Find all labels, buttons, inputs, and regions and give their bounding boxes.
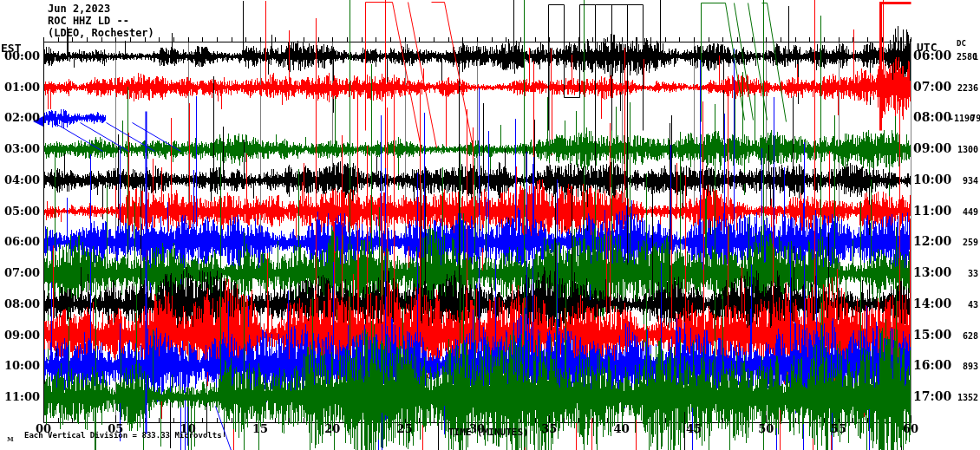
est-time-label: 10:00 — [0, 359, 40, 372]
dc-value: 893 — [949, 362, 978, 371]
x-tick-label: 40 — [607, 422, 637, 435]
network-title: (LDEO, Rochester) — [48, 27, 154, 39]
utc-time-label: 08:00 — [913, 110, 951, 124]
est-time-label: 03:00 — [0, 142, 40, 155]
dc-value: 449 — [949, 207, 978, 217]
x-tick-label: 50 — [751, 422, 781, 435]
x-tick-label: 20 — [317, 422, 347, 435]
seismogram-canvas — [0, 0, 980, 450]
date-title: Jun 2,2023 — [48, 3, 110, 15]
utc-time-label: 07:00 — [913, 80, 951, 94]
utc-time-label: 11:00 — [913, 204, 951, 218]
est-time-label: 11:00 — [0, 390, 40, 403]
est-time-label: 01:00 — [0, 81, 40, 94]
utc-time-label: 13:00 — [913, 265, 951, 279]
dc-value: 934 — [949, 176, 978, 186]
est-time-label: 06:00 — [0, 235, 40, 248]
dc-value: 628 — [949, 331, 978, 341]
x-tick-label: 15 — [245, 422, 275, 435]
utc-time-label: 17:00 — [913, 389, 951, 403]
x-tick-label: 35 — [534, 422, 564, 435]
utc-time-label: 09:00 — [913, 141, 951, 155]
station-title: ROC HHZ LD -- — [48, 15, 129, 27]
est-time-label: 04:00 — [0, 173, 40, 186]
utc-time-label: 12:00 — [913, 234, 951, 248]
dc-value: 2236 — [949, 83, 978, 93]
x-axis-label: TIME (MINUTES) — [448, 427, 529, 438]
x-tick-label: 55 — [824, 422, 853, 435]
dc-value: 259 — [949, 238, 978, 247]
est-time-label: 02:00 — [0, 111, 40, 124]
dc-value: 33 — [949, 269, 978, 278]
utc-time-label: 14:00 — [913, 297, 951, 310]
dc-axis-header: DC — [957, 39, 966, 48]
helicorder-page: Jun 2,2023 ROC HHZ LD -- (LDEO, Rocheste… — [0, 0, 980, 450]
utc-time-label: 15:00 — [913, 328, 951, 342]
corner-mark: M — [7, 435, 14, 443]
est-time-label: 09:00 — [0, 329, 40, 342]
est-time-label: 08:00 — [0, 297, 40, 310]
x-tick-label: 60 — [896, 422, 925, 435]
utc-time-label: 06:00 — [913, 49, 951, 62]
scale-footnote: Each Vertical Division = 833.33 Microvol… — [24, 431, 222, 440]
utc-time-label: 10:00 — [913, 173, 951, 186]
x-tick-label: 45 — [679, 422, 709, 435]
dc-value: 25801 — [949, 52, 978, 62]
x-tick-label: 25 — [390, 422, 420, 435]
dc-value: -1190795 — [949, 114, 978, 123]
est-time-label: 00:00 — [0, 49, 40, 62]
est-time-label: 05:00 — [0, 205, 40, 218]
est-time-label: 07:00 — [0, 266, 40, 279]
dc-value: 1300 — [949, 145, 978, 154]
dc-value: 1352 — [949, 393, 978, 402]
utc-time-label: 16:00 — [913, 358, 951, 372]
dc-value: 43 — [949, 300, 978, 310]
